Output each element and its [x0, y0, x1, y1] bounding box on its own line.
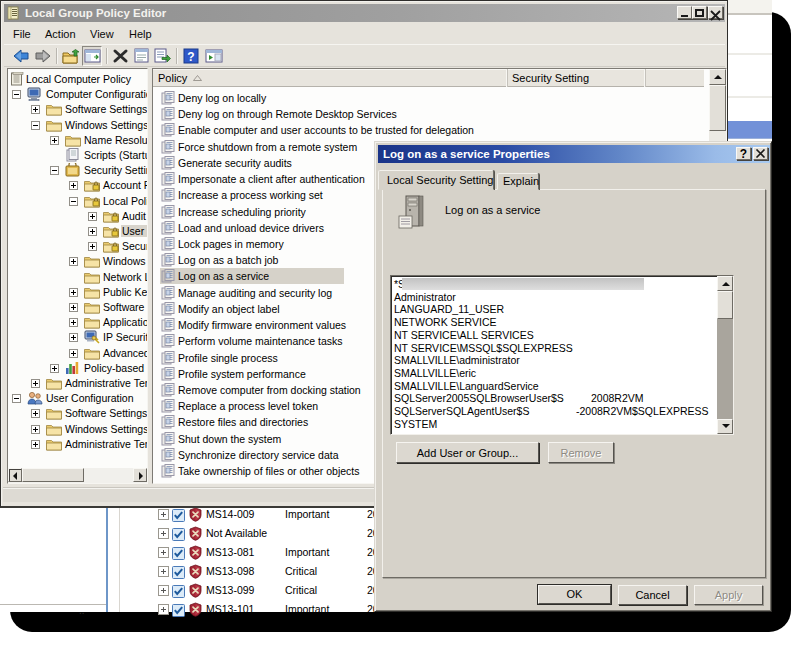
svg-text:?: ? — [187, 50, 194, 64]
